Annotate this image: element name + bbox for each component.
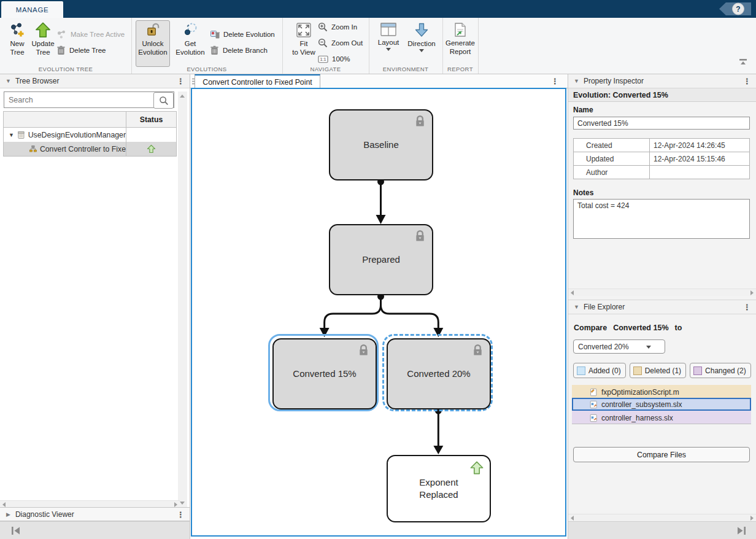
file-row-changed[interactable]: controller_harness.slx: [572, 411, 751, 424]
collapse-left-icon[interactable]: [11, 526, 21, 535]
lock-icon: [414, 115, 426, 131]
compare-target-dropdown[interactable]: Converted 20%: [573, 339, 665, 354]
get-evolution-button[interactable]: Get Evolution: [174, 20, 206, 67]
ribbon: New Tree Update Tree Make Tree Active: [0, 18, 756, 74]
group-label-evolutions: EVOLUTIONS: [131, 66, 282, 72]
diff-filter-chips: Added (0) Deleted (1) Changed (2): [573, 363, 751, 378]
unlock-icon: [145, 23, 161, 38]
collapse-ribbon-icon: [739, 59, 747, 65]
delete-branch-button[interactable]: Delete Branch: [210, 42, 275, 58]
make-tree-active-icon: [56, 29, 67, 40]
scroll-down-icon[interactable]: [180, 502, 185, 505]
svg-text:?: ?: [736, 5, 740, 14]
meta-row-updated[interactable]: Updated 12-Apr-2024 15:15:46: [574, 152, 749, 166]
compare-caption: CompareConverted 15%to: [574, 324, 688, 332]
zoom-in-icon: [318, 22, 328, 32]
file-row-deleted[interactable]: fxpOptimizationScript.m: [572, 385, 751, 398]
tree-browser-header[interactable]: ▼ Tree Browser ⋮: [0, 74, 190, 88]
scroll-left-icon[interactable]: [571, 290, 574, 295]
collapse-ribbon-button[interactable]: [739, 56, 747, 68]
lock-icon: [414, 230, 426, 246]
generate-report-button[interactable]: Generate Report: [444, 20, 476, 67]
compare-files-button[interactable]: Compare Files: [573, 447, 750, 462]
diagnostic-viewer-header[interactable]: ▶ Diagnostic Viewer ⋮: [0, 507, 190, 521]
node-exponent-replaced[interactable]: Exponent Replaced: [387, 455, 491, 522]
file-explorer-title: File Explorer: [584, 303, 625, 311]
node-baseline[interactable]: Baseline: [329, 109, 433, 180]
left-bottom-bar: [0, 521, 190, 539]
file-row-changed-selected[interactable]: controller_subsystem.slx: [572, 398, 751, 411]
property-inspector-header[interactable]: ▼ Property Inspector ⋮: [568, 74, 756, 88]
layout-dropdown-caret: [386, 48, 391, 51]
trash-icon: [56, 45, 66, 55]
node-converted-15[interactable]: Converted 15%: [272, 338, 377, 409]
filter-added-chip[interactable]: Added (0): [573, 363, 626, 378]
fit-to-view-button[interactable]: Fit to View: [290, 20, 318, 67]
unlock-evolution-button[interactable]: Unlock Evolution: [136, 20, 170, 67]
update-tree-button[interactable]: Update Tree: [27, 20, 59, 67]
group-label-environment: ENVIRONMENT: [369, 66, 442, 72]
file-explorer-header[interactable]: ▼ File Explorer ⋮: [568, 300, 756, 314]
filter-deleted-chip[interactable]: Deleted (1): [630, 363, 686, 378]
right-panel: ▼ Property Inspector ⋮ Evolution: Conver…: [568, 74, 756, 539]
tree-browser-menu-icon[interactable]: ⋮: [177, 77, 185, 85]
delete-tree-button[interactable]: Delete Tree: [56, 42, 125, 58]
tree-table: Status ▼ UseDesignEvolutionManager: [3, 111, 177, 157]
zoom-in-button[interactable]: Zoom In: [318, 19, 363, 35]
help-button[interactable]: ?: [719, 2, 751, 16]
group-label-report: REPORT: [442, 66, 478, 72]
file-list: fxpOptimizationScript.m controller_subsy…: [572, 385, 751, 424]
direction-dropdown-caret: [419, 49, 424, 52]
dropdown-caret-icon: [646, 346, 651, 349]
tree-row-label: Convert Controller to Fixe: [40, 145, 126, 153]
ribbon-group-navigate: Fit to View Zoom In Zoom Out: [282, 18, 369, 74]
collapse-right-icon[interactable]: [736, 526, 746, 535]
tree-row-evolution[interactable]: Convert Controller to Fixe: [4, 142, 176, 156]
zoom-100-button[interactable]: 1:1 100%: [318, 51, 363, 67]
meta-row-author[interactable]: Author: [574, 166, 749, 179]
zoom-out-button[interactable]: Zoom Out: [318, 35, 363, 51]
name-field[interactable]: [573, 117, 750, 130]
explorer-horizontal-scrollbar[interactable]: [568, 514, 756, 521]
filter-changed-chip[interactable]: Changed (2): [690, 363, 751, 378]
scroll-left-icon[interactable]: [571, 516, 574, 521]
tree-row-manager[interactable]: ▼ UseDesignEvolutionManager: [4, 128, 176, 142]
layout-button[interactable]: Layout: [372, 20, 404, 67]
collapse-panel-icon[interactable]: ▼: [6, 78, 11, 84]
status-column-header: Status: [126, 112, 176, 127]
diagnostic-viewer-menu-icon[interactable]: ⋮: [177, 510, 185, 518]
diagnostic-viewer-title: Diagnostic Viewer: [15, 510, 74, 519]
document-tab-menu-icon[interactable]: ⋮: [551, 77, 559, 85]
expand-panel-icon[interactable]: ▶: [6, 511, 10, 518]
scroll-right-icon[interactable]: [750, 516, 754, 521]
lock-icon: [471, 344, 484, 360]
scroll-up-icon[interactable]: [180, 95, 185, 98]
collapse-panel-icon[interactable]: ▼: [574, 78, 579, 84]
search-input[interactable]: [4, 91, 174, 108]
group-label-navigate: NAVIGATE: [282, 66, 369, 72]
delete-evolution-button[interactable]: Delete Evolution: [210, 26, 275, 42]
tree-vertical-scrollbar[interactable]: [178, 91, 187, 508]
node-converted-20[interactable]: Converted 20%: [387, 338, 491, 409]
expand-caret-icon[interactable]: ▼: [9, 132, 14, 138]
property-inspector-menu-icon[interactable]: ⋮: [743, 77, 751, 85]
scroll-right-icon[interactable]: [750, 290, 754, 295]
notes-field[interactable]: Total cost = 424: [573, 199, 750, 239]
evolution-canvas[interactable]: Baseline Prepared Converted 15%: [191, 88, 566, 537]
tree-browser-panel: ▼ Tree Browser ⋮ Status ▼: [0, 74, 190, 539]
collapse-panel-icon[interactable]: ▼: [574, 304, 579, 310]
direction-button[interactable]: Direction: [406, 20, 438, 67]
node-prepared[interactable]: Prepared: [329, 224, 433, 295]
titlebar: MANAGE ?: [0, 0, 756, 18]
make-tree-active-button[interactable]: Make Tree Active: [56, 26, 125, 42]
scroll-right-icon[interactable]: [174, 502, 177, 507]
notes-label: Notes: [573, 188, 593, 197]
inspector-horizontal-scrollbar[interactable]: [568, 289, 756, 296]
file-explorer-menu-icon[interactable]: ⋮: [743, 303, 751, 311]
document-tab[interactable]: Convert Controller to Fixed Point: [195, 74, 320, 88]
tab-manage[interactable]: MANAGE: [1, 1, 63, 18]
delete-evolution-icon: [210, 29, 220, 39]
scroll-left-icon[interactable]: [2, 502, 6, 507]
meta-row-created[interactable]: Created 12-Apr-2024 14:26:45: [574, 139, 749, 152]
search-button[interactable]: [153, 92, 174, 109]
